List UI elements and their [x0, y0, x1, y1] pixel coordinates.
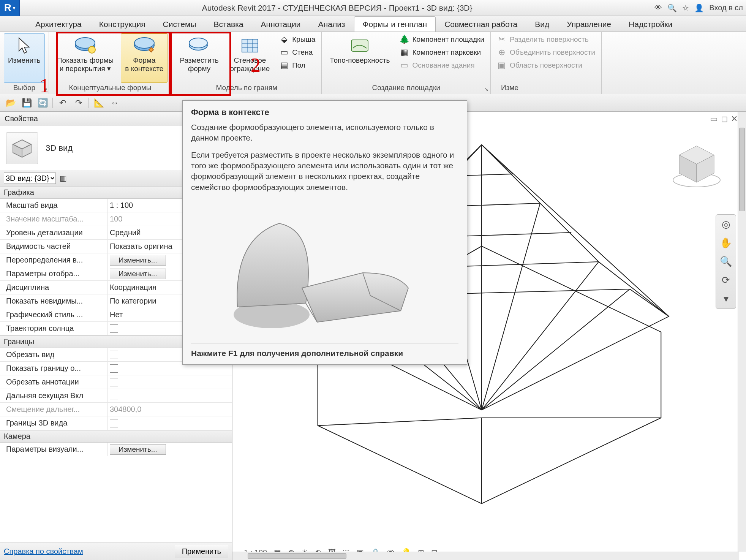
tab-massing-site[interactable]: Формы и генплан [354, 16, 436, 32]
property-row: Обрезать аннотации [0, 375, 232, 389]
instance-select[interactable]: 3D вид: {3D} [4, 172, 56, 184]
property-value[interactable]: Изменить... [107, 443, 232, 456]
checkbox[interactable] [110, 351, 118, 359]
property-row: Параметры визуали...Изменить... [0, 443, 232, 456]
tab-addins[interactable]: Надстройки [620, 16, 681, 32]
redo-icon[interactable]: ↷ [73, 97, 85, 109]
star-icon[interactable]: ☆ [682, 3, 689, 13]
navigation-bar: ◎ ✋ 🔍 ⟳ ▾ [716, 214, 736, 309]
curtain-label: Стеновоеограждение [230, 56, 270, 73]
save-icon[interactable]: 💾 [21, 97, 33, 109]
property-name: Обрезать вид [0, 350, 107, 359]
binoculars-icon[interactable]: 👁 [654, 3, 662, 12]
subregion-button[interactable]: ▣Область поверхности [495, 59, 597, 71]
edit-button[interactable]: Изменить... [110, 444, 166, 455]
undo-icon[interactable]: ↶ [57, 97, 69, 109]
tooltip-in-place-mass: Форма в контексте Создание формообразующ… [182, 100, 467, 365]
steering-wheel-icon[interactable]: ◎ [722, 218, 730, 230]
property-name: Дальняя секущая Вкл [0, 391, 107, 400]
property-value[interactable] [107, 389, 232, 402]
tab-collaborate[interactable]: Совместная работа [436, 16, 526, 32]
pan-icon[interactable]: ✋ [720, 237, 732, 249]
tab-annotations[interactable]: Аннотации [252, 16, 310, 32]
zoom-icon[interactable]: 🔍 [720, 256, 732, 267]
in-place-mass-button[interactable]: Формав контексте [121, 33, 168, 83]
apply-button[interactable]: Применить [175, 545, 228, 558]
place-mass-button[interactable]: Разместитьформу [175, 33, 223, 83]
tab-manage[interactable]: Управление [558, 16, 620, 32]
modify-button[interactable]: Изменить [4, 33, 45, 83]
tab-analysis[interactable]: Анализ [310, 16, 354, 32]
tab-insert[interactable]: Вставка [205, 16, 252, 32]
edit-button[interactable]: Изменить... [110, 255, 166, 266]
edit-button[interactable]: Изменить... [110, 269, 166, 279]
roof-icon: ⬙ [279, 35, 289, 44]
orbit-icon[interactable]: ⟳ [722, 274, 730, 286]
maximize-view-icon[interactable]: ◻ [721, 114, 728, 124]
group-label-modify-surface: Изме [495, 83, 525, 93]
close-view-icon[interactable]: ✕ [731, 114, 738, 124]
mass-new-icon [134, 36, 155, 55]
scrollbar-vertical[interactable] [738, 112, 746, 552]
sign-in-link[interactable]: Вход в сл [709, 3, 743, 12]
merge-icon: ⊕ [497, 47, 507, 57]
title-right-tools: 👁 🔍 ☆ 👤 Вход в сл [654, 3, 746, 13]
checkbox[interactable] [110, 324, 118, 333]
floor-button[interactable]: ▤Пол [277, 59, 318, 71]
wall-button[interactable]: ▭Стена [277, 46, 318, 59]
sync-icon[interactable]: 🔄 [36, 97, 49, 109]
user-icon[interactable]: 👤 [694, 3, 704, 13]
tab-structure[interactable]: Конструкция [90, 16, 154, 32]
group-label-site: Создание площадки [326, 83, 487, 93]
svg-point-2 [89, 46, 95, 53]
parking-component-button[interactable]: ▦Компонент парковки [397, 46, 487, 59]
property-value[interactable]: 304800,0 [107, 403, 232, 416]
show-mass-button[interactable]: Показать формыи перекрытия ▾ [53, 33, 118, 83]
building-pad-button[interactable]: ▭Основание здания [397, 59, 487, 71]
property-name: Значение масштаба... [0, 215, 107, 223]
property-name: Видимость частей [0, 242, 107, 251]
property-name: Показать границу о... [0, 364, 107, 373]
scrollbar-horizontal[interactable] [232, 552, 739, 560]
property-name: Переопределения в... [0, 256, 107, 264]
minimize-view-icon[interactable]: ▭ [710, 114, 718, 124]
filter-icon[interactable]: ▥ [60, 174, 67, 183]
tree-icon: 🌲 [400, 35, 409, 44]
search-icon[interactable]: 🔍 [667, 3, 677, 13]
tab-systems[interactable]: Системы [154, 16, 205, 32]
chevron-down-icon[interactable]: ▾ [724, 293, 729, 305]
mass-bulb-icon [74, 36, 96, 55]
curtain-system-button[interactable]: Стеновоеограждение [226, 33, 274, 83]
toposurface-button[interactable]: Топо-поверхность [326, 33, 394, 83]
app-menu-button[interactable]: R▾ [0, 0, 20, 16]
align-icon[interactable]: ↔ [109, 97, 121, 109]
property-value[interactable] [107, 375, 232, 389]
tab-architecture[interactable]: Архитектура [27, 16, 90, 32]
open-icon[interactable]: 📂 [5, 97, 17, 109]
site-component-button[interactable]: 🌲Компонент площадки [397, 33, 487, 46]
ribbon-group-modify-surface: ✂Разделить поверхность ⊕Объединить повер… [491, 32, 602, 94]
panel-launcher-site-icon[interactable]: ↘ [484, 86, 489, 92]
checkbox[interactable] [110, 364, 118, 373]
properties-help-link[interactable]: Справка по свойствам [4, 547, 83, 556]
place-mass-icon [188, 36, 210, 55]
checkbox[interactable] [110, 419, 118, 427]
checkbox[interactable] [110, 392, 118, 400]
roof-button[interactable]: ⬙Крыша [277, 33, 318, 46]
checkbox[interactable] [110, 378, 118, 386]
group-label-conceptual: Концептуальные формы [53, 83, 168, 93]
property-row: Смещение дальнег...304800,0 [0, 403, 232, 416]
property-value[interactable] [107, 416, 232, 430]
region-icon: ▣ [497, 60, 507, 70]
property-row: Дальняя секущая Вкл [0, 389, 232, 403]
merge-surfaces-button[interactable]: ⊕Объединить поверхности [495, 46, 597, 59]
tooltip-image [191, 199, 458, 343]
panel-launcher-icon[interactable]: ▾ [44, 86, 47, 92]
split-surface-button[interactable]: ✂Разделить поверхность [495, 33, 597, 46]
title-bar: R▾ Autodesk Revit 2017 - СТУДЕНЧЕСКАЯ ВЕ… [0, 0, 746, 16]
toposurface-label: Топо-поверхность [330, 56, 390, 65]
view-window-controls: ▭ ◻ ✕ [710, 114, 738, 124]
tab-view[interactable]: Вид [526, 16, 558, 32]
property-name: Показать невидимы... [0, 297, 107, 305]
measure-icon[interactable]: 📐 [93, 97, 105, 109]
